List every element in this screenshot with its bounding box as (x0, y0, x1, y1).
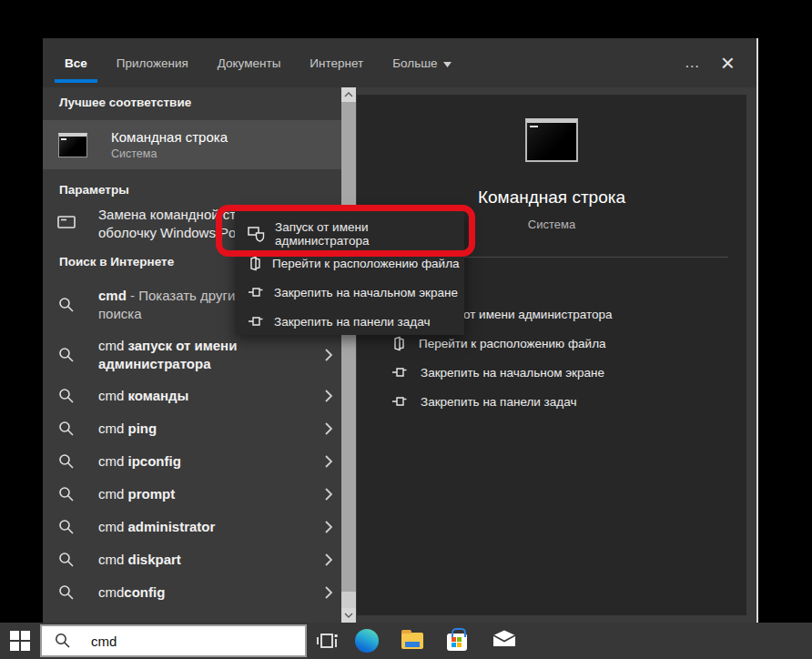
windows-search-flyout: Все Приложения Документы Интернет Больше… (43, 38, 758, 623)
more-options-button[interactable]: … (685, 58, 701, 67)
menu-item-open-file-location[interactable]: Перейти к расположению файла (235, 248, 464, 278)
search-suggestion[interactable]: cmd запуск от имениадминистратора (43, 330, 341, 380)
windows-logo-icon (10, 631, 19, 640)
suggestion-query: cmd (98, 421, 124, 436)
search-icon (55, 633, 71, 649)
console-settings-icon (57, 214, 76, 242)
action-label: Перейти к расположению файла (419, 337, 606, 350)
chevron-right-icon (324, 553, 333, 567)
preview-title: Командная строка (357, 188, 746, 208)
suggestion-query: cmd (98, 584, 124, 600)
menu-item-run-as-admin[interactable]: Запуск от имени администратора (235, 219, 464, 248)
search-suggestion[interactable]: cmd ping (43, 412, 341, 445)
taskbar: cmd (0, 623, 812, 659)
chevron-right-icon (324, 421, 333, 436)
suggestion-query: cmd (98, 288, 127, 303)
tab-apps[interactable]: Приложения (113, 38, 192, 87)
action-label: Закрепить на начальном экране (421, 366, 604, 380)
tab-more-label: Больше (392, 56, 437, 70)
chevron-right-icon (324, 389, 333, 403)
file-location-icon (248, 256, 262, 271)
ms-logo-grid (452, 637, 462, 648)
search-input-value[interactable]: cmd (91, 634, 117, 649)
action-label: Закрепить на панели задач (421, 395, 576, 409)
search-suggestion[interactable]: cmd diskpart (43, 543, 341, 576)
menu-item-label: Закрепить на начальном экране (274, 286, 458, 299)
settings-header: Параметры (59, 183, 341, 197)
chevron-right-icon (324, 585, 333, 600)
suggestion-completion: administrator (124, 519, 215, 534)
action-pin-to-start[interactable]: Закрепить на начальном экране (357, 358, 746, 387)
best-match-title: Командная строка (111, 129, 228, 145)
microsoft-store-icon[interactable] (447, 634, 467, 651)
tab-more[interactable]: Больше (389, 38, 454, 87)
search-suggestion[interactable]: cmdconfig (43, 576, 341, 609)
chevron-right-icon (324, 520, 333, 534)
search-suggestion[interactable]: cmd команды (43, 380, 341, 412)
chevron-right-icon (324, 348, 333, 362)
cmd-app-icon-large (525, 118, 578, 162)
settings-result-line1: Замена командной стро (98, 206, 254, 224)
suggestion-line2: администратора (98, 356, 210, 371)
suggestion-completion: запуск от имени (124, 338, 237, 353)
search-icon (57, 519, 76, 535)
tab-apps-label: Приложения (117, 56, 188, 70)
pin-icon (248, 315, 264, 328)
results-scrollbar[interactable] (341, 87, 356, 623)
tab-web-label: Интернет (310, 56, 363, 70)
suggestion-line2: поиска (98, 306, 142, 321)
tab-web[interactable]: Интернет (306, 38, 367, 87)
menu-item-label: Запуск от имени администратора (275, 220, 464, 248)
context-menu: Запуск от имени администратора Перейти к… (235, 211, 464, 335)
search-filter-tabs: Все Приложения Документы Интернет Больше… (43, 38, 756, 87)
cmd-app-icon (58, 133, 87, 157)
search-icon (57, 584, 76, 601)
mail-app-icon[interactable] (492, 630, 516, 648)
suggestion-completion: diskpart (124, 552, 181, 567)
menu-item-pin-to-taskbar[interactable]: Закрепить на панели задач (235, 307, 464, 336)
suggestion-completion: ping (124, 421, 157, 436)
search-results-list: Лучшее соответствие Командная строка Сис… (43, 87, 341, 609)
suggestion-query: cmd (98, 388, 124, 403)
task-view-button[interactable] (316, 630, 338, 652)
settings-result-line2: оболочку Windows Powe (98, 224, 254, 242)
search-icon (57, 388, 76, 404)
pin-icon (391, 366, 408, 379)
suggestion-query: cmd (98, 552, 124, 567)
tab-documents[interactable]: Документы (214, 38, 285, 87)
menu-item-label: Закрепить на панели задач (274, 315, 430, 329)
suggestion-query: cmd (98, 338, 124, 353)
suggestion-completion: config (124, 584, 165, 600)
search-suggestion[interactable]: cmd administrator (43, 511, 341, 543)
action-pin-to-taskbar[interactable]: Закрепить на панели задач (357, 387, 746, 416)
search-icon (57, 347, 76, 363)
search-icon (57, 297, 76, 313)
chevron-down-icon (443, 56, 452, 70)
pin-icon (391, 395, 408, 408)
file-location-icon (391, 336, 406, 351)
menu-item-pin-to-start[interactable]: Закрепить на начальном экране (235, 278, 464, 307)
start-button[interactable] (10, 631, 30, 651)
suggestion-query: cmd (98, 519, 124, 534)
search-suggestion[interactable]: cmd prompt (43, 478, 341, 511)
scroll-up-button[interactable] (341, 87, 356, 102)
suggestion-completion: команды (124, 388, 188, 403)
result-preview-panel: Командная строка Система Запуск от имени… (357, 95, 746, 615)
taskbar-search-box[interactable]: cmd (40, 624, 307, 657)
pin-icon (248, 286, 264, 299)
edge-browser-icon[interactable] (355, 629, 379, 653)
admin-shield-icon (248, 227, 265, 242)
scrollbar-thumb[interactable] (341, 102, 356, 592)
tab-all[interactable]: Все (61, 38, 91, 87)
suggestion-completion: prompt (124, 486, 175, 502)
search-icon (57, 421, 76, 437)
close-button[interactable]: × (721, 54, 735, 72)
search-suggestion[interactable]: cmd ipconfig (43, 445, 341, 478)
tab-all-label: Все (65, 56, 87, 70)
search-icon (57, 453, 76, 470)
suggestion-query: cmd (98, 453, 124, 469)
search-icon (57, 486, 76, 502)
scroll-down-button[interactable] (341, 608, 356, 623)
file-explorer-icon[interactable] (401, 633, 423, 649)
best-match-result[interactable]: Командная строка Система (43, 120, 341, 169)
